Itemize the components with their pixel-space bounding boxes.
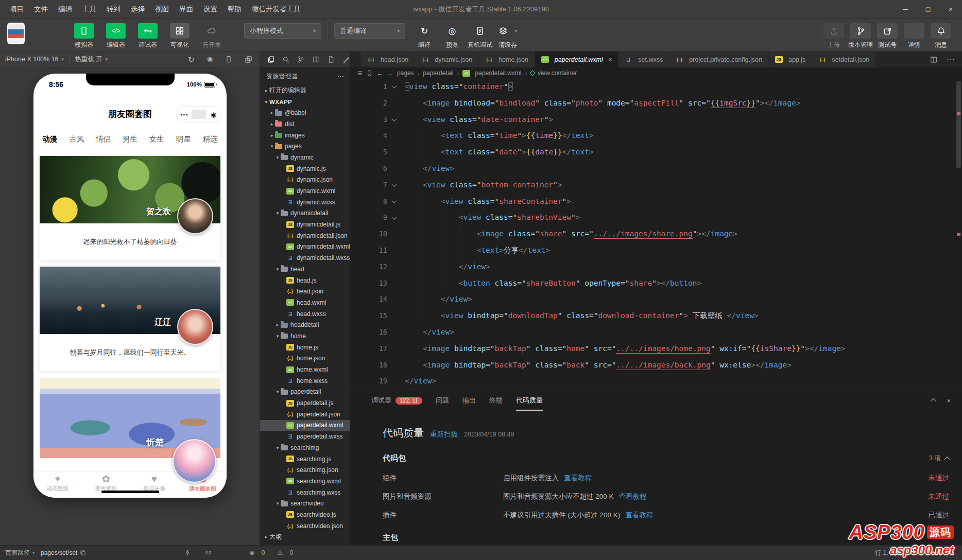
post-card[interactable]: 忻楚 [40,378,220,465]
menu-item[interactable]: 视图 [150,0,174,19]
toolbar-测试号-button[interactable]: 测试号 [877,19,898,49]
tree-item-dynamicdetail.wxml[interactable]: <>dynamicdetail.wxml [260,241,350,253]
fold-column[interactable] [387,177,401,194]
tree-item-dynamicdetail.js[interactable]: JSdynamicdetail.js [260,219,350,230]
category-tab-古风[interactable]: 古风 [69,134,84,144]
panel-tab-代码质量[interactable]: 代码质量 [516,390,543,411]
fold-column[interactable] [387,209,401,226]
tree-item-paperdetail.wxss[interactable]: Epaperdetail.wxss [260,431,350,442]
breadcrumb-item-paperdetail.wxml[interactable]: <>paperdetail.wxml [462,69,521,77]
tutorial-link[interactable]: 查看教程 [619,492,647,501]
menu-item[interactable]: 转到 [102,0,125,19]
tree-item-dynamic.wxml[interactable]: <>dynamic.wxml [260,185,350,197]
tree-item-打开的编辑器[interactable]: ▸打开的编辑器 [260,85,350,96]
tree-item-paperdetail.json[interactable]: {..}paperdetail.json [260,409,350,420]
error-count[interactable]: ⊗ 0 [246,549,268,556]
tree-item-dynamicdetail[interactable]: ▾dynamicdetail [260,208,350,219]
category-tab-男生[interactable]: 男生 [123,134,138,144]
tree-item-home.json[interactable]: {..}home.json [260,353,350,364]
more-icon[interactable]: ··· [226,549,235,556]
tree-item-dynamic.js[interactable]: JSdynamic.js [260,163,350,174]
eye-icon[interactable] [204,549,212,556]
post-card[interactable]: 贺之欢迟来的阳光救不了枯萎的向日葵 [40,156,220,260]
tree-item-searchimg.wxss[interactable]: Esearchimg.wxss [260,487,350,498]
tree-item-dynamicdetail.json[interactable]: {..}dynamicdetail.json [260,230,350,241]
editor-scrollbar[interactable] [955,79,962,390]
editor-tab-dynamic.json[interactable]: {..}dynamic.json [415,51,479,67]
file-icon[interactable] [328,56,335,63]
toolbar-消息-button[interactable]: 消息 [930,19,952,49]
breadcrumb-item-view.container[interactable]: view.container [530,69,577,77]
warning-count[interactable]: ⚠ 0 [274,549,297,556]
back-arrow-icon[interactable]: ← [376,69,383,77]
branch-icon[interactable] [297,56,304,63]
panel-tab-调试器[interactable]: 调试器122, 11 [371,390,422,411]
tree-item-searchvideo.js[interactable]: JSsearchvideo.js [260,509,350,520]
tree-item-head.wxml[interactable]: <>head.wxml [260,297,350,308]
panel-tab-问题[interactable]: 问题 [436,390,449,411]
device-frame-icon[interactable] [225,56,232,63]
tree-item-大纲[interactable]: ▸大纲 [260,532,350,543]
brush-icon[interactable] [342,56,350,63]
forward-arrow-icon[interactable]: → [387,69,393,77]
rescan-link[interactable]: 重新扫描 [430,430,458,439]
tabbar-item-图片壁纸[interactable]: ✿图片壁纸 [82,471,130,498]
menu-item[interactable]: 文件 [29,0,53,19]
panel-tab-输出[interactable]: 输出 [462,390,476,411]
capsule-more-button[interactable]: ⋯ [177,110,192,119]
tree-item-dist[interactable]: ▸dist [260,118,350,130]
close-icon[interactable]: × [608,56,612,63]
device-select[interactable]: iPhone X 100% 16▾ [0,56,69,63]
hot-reload-toggle[interactable]: 热重载 开▾ [70,55,113,64]
editor-tab-paperdetail.wxml[interactable]: <>paperdetail.wxml× [535,51,619,67]
menu-item[interactable]: 微信开发者工具 [247,0,305,19]
toolbar-云开发-button[interactable]: 云开发 [201,19,222,49]
category-tab-明星[interactable]: 明星 [176,134,191,144]
fold-column[interactable] [387,79,401,95]
menu-item[interactable]: 选择 [126,0,149,19]
collapse-panel-icon[interactable] [931,398,936,404]
toolbar-清缓存-button[interactable]: ▾清缓存 [497,19,519,49]
encoding-indicator[interactable]: UTF-8 [911,549,928,557]
toolbar-模拟器-button[interactable]: 模拟器 [73,19,95,49]
category-tab-精选[interactable]: 精选 [202,134,217,144]
code-editor[interactable]: 1<view class="container">2<image bindloa… [350,79,962,390]
tree-item-pages[interactable]: ▾pages [260,141,350,152]
cursor-position[interactable]: 行 1, 列 1 [875,549,901,557]
current-page-path[interactable]: pages/set/set [38,549,89,556]
tree-item-head.json[interactable]: {..}head.json [260,286,350,297]
toolbar-调试器-button[interactable]: 调试器 [137,19,159,49]
breadcrumb-item-paperdetail[interactable]: paperdetail [423,69,453,77]
menu-item[interactable]: 界面 [175,0,198,19]
menu-item[interactable]: 编辑 [54,0,77,19]
more-icon[interactable]: ··· [947,55,955,64]
tree-item-head.wxss[interactable]: Ehead.wxss [260,308,350,320]
menu-item[interactable]: 项目 [5,0,28,19]
minimize-button[interactable]: ─ [894,0,917,19]
toolbar-真机调试-button[interactable]: 真机调试 [469,19,491,49]
tutorial-link[interactable]: 查看教程 [625,511,653,520]
tree-item-dynamic.json[interactable]: {..}dynamic.json [260,174,350,186]
tree-item-paperdetail.wxml[interactable]: <>paperdetail.wxml [260,420,350,431]
toolbar-编译-button[interactable]: ↻编译 [414,19,435,49]
tree-item-searchimg.wxml[interactable]: <>searchimg.wxml [260,476,350,487]
category-tab-情侣[interactable]: 情侣 [96,134,111,144]
editor-tab-app.js[interactable]: JSapp.js [769,51,812,67]
mode-select[interactable]: 小程序模式▾ [244,23,321,39]
outline-list-icon[interactable]: ≡ [357,69,363,78]
tree-item-head.js[interactable]: JShead.js [260,275,350,286]
tree-item-paperdetail.js[interactable]: JSpaperdetail.js [260,397,350,409]
menu-item[interactable]: 帮助 [223,0,246,19]
restart-icon[interactable]: ↻ [188,56,195,63]
close-button[interactable]: × [939,0,962,19]
tree-item-searchvideo[interactable]: ▾searchvideo [260,498,350,509]
tree-item-home.wxss[interactable]: Ehome.wxss [260,375,350,387]
menu-item[interactable]: 设置 [199,0,222,19]
category-tab-女生[interactable]: 女生 [149,134,164,144]
compile-mode-select[interactable]: 普通编译▾ [334,23,405,39]
language-mode[interactable]: WXML [937,549,956,557]
tree-item-home[interactable]: ▾home [260,330,350,342]
breadcrumb-item-pages[interactable]: pages [397,69,414,77]
tutorial-link[interactable]: 查看教程 [564,474,592,483]
tree-item-head[interactable]: ▾head [260,264,350,275]
